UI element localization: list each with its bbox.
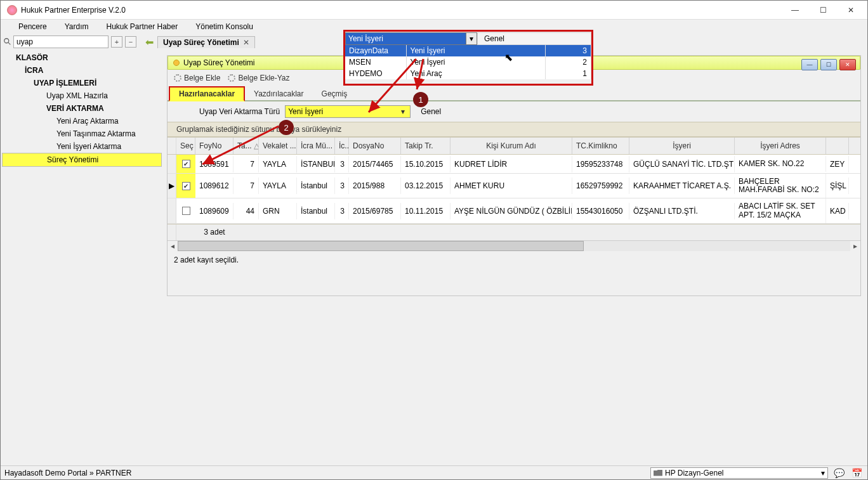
- inner-maximize-button[interactable]: ☐: [820, 59, 837, 70]
- svg-line-1: [8, 42, 11, 45]
- row-marker: [168, 198, 176, 223]
- col-ta[interactable]: Ta... △: [233, 138, 259, 154]
- row-checkbox-cell[interactable]: [176, 198, 195, 223]
- tree-uyap-islemleri[interactable]: UYAP İŞLEMLERİ: [2, 77, 162, 89]
- col-tc[interactable]: TC.Kimlikno: [572, 138, 629, 154]
- cell-ta: 44: [233, 203, 259, 219]
- maximize-button[interactable]: ☐: [809, 1, 837, 19]
- checkbox[interactable]: ✔: [182, 160, 190, 168]
- tree-uyap-xml[interactable]: Uyap XML Hazırla: [2, 89, 162, 102]
- overlay-dd-button[interactable]: ▾: [466, 32, 477, 45]
- cell-tc: 15543016050: [572, 203, 629, 219]
- col-isyeri[interactable]: İşyeri: [629, 138, 735, 154]
- overlay-row[interactable]: DizaynDataYeni İşyeri3: [345, 45, 591, 56]
- col-last[interactable]: [826, 138, 849, 154]
- tree-yeni-arac[interactable]: Yeni Araç Aktarma: [2, 115, 162, 127]
- col-sec[interactable]: Seç: [176, 138, 195, 154]
- scroll-thumb[interactable]: [178, 241, 584, 251]
- cell-icra: İSTANBUL: [297, 156, 335, 172]
- overlay-row[interactable]: MSENYeni İşyeri2: [345, 56, 591, 68]
- overlay-selected[interactable]: Yeni İşyeri: [345, 32, 466, 45]
- filter-label: Uyap Veri Aktarma Türü: [199, 107, 280, 116]
- col-ic[interactable]: İc...: [335, 138, 349, 154]
- cell-icra: İstanbul: [297, 203, 335, 219]
- tree-icra[interactable]: İCRA: [2, 64, 162, 77]
- selection-status: 2 adet kayıt seçildi.: [168, 252, 860, 268]
- belge-ekle-yaz-button[interactable]: Belge Ekle-Yaz: [224, 72, 293, 84]
- cell-vek: YAYLA: [259, 156, 297, 172]
- cell-vek: YAYLA: [259, 178, 297, 194]
- data-grid: Seç FoyNo Ta... △ Vekalet ... İcra Mü...…: [168, 137, 860, 252]
- document-tab[interactable]: Uyap Süreç Yönetimi ✕: [157, 36, 255, 48]
- cell-adres: ABACI LATİF SK. SET APT. 15/2 MAÇKA: [735, 198, 826, 223]
- cell-ic: 3: [335, 178, 349, 194]
- col-rowmark: [168, 138, 176, 154]
- menu-yonetim[interactable]: Yönetim Konsolu: [187, 21, 262, 32]
- belge-ekle-button[interactable]: Belge Ekle: [170, 72, 224, 84]
- cell-ta: 7: [233, 178, 259, 194]
- col-dosya[interactable]: DosyaNo: [349, 138, 401, 154]
- overlay-c3: 1: [546, 68, 591, 79]
- menu-pencere[interactable]: Pencere: [10, 21, 56, 32]
- tree-veri-aktarma[interactable]: VERİ AKTARMA: [2, 102, 162, 115]
- checkbox[interactable]: [182, 207, 190, 215]
- subtabs: Hazırlanacaklar Yazdırılacaklar Geçmiş: [168, 86, 860, 101]
- chat-icon[interactable]: 💬: [832, 467, 846, 479]
- menu-yardim[interactable]: Yardım: [56, 21, 98, 32]
- search-icon: [3, 37, 12, 46]
- col-takip[interactable]: Takip Tr.: [401, 138, 450, 154]
- search-input[interactable]: [13, 36, 109, 48]
- grid-footer: 3 adet: [168, 224, 860, 240]
- overlay-c2: Yeni Araç: [406, 68, 546, 79]
- menu-haber[interactable]: Hukuk Partner Haber: [98, 21, 187, 32]
- minimize-button[interactable]: —: [781, 1, 809, 19]
- chevron-down-icon: ▾: [821, 469, 825, 477]
- table-row[interactable]: ▶✔10896127YAYLAİstanbul32015/98803.12.20…: [168, 174, 860, 198]
- cell-takip: 03.12.2015: [401, 178, 450, 194]
- checkbox[interactable]: ✔: [182, 182, 190, 190]
- overlay-c3: 3: [546, 45, 591, 56]
- overlay-row[interactable]: HYDEMOYeni Araç1: [345, 68, 591, 79]
- col-vek[interactable]: Vekalet ...: [259, 138, 297, 154]
- col-kisi[interactable]: Kişi Kurum Adı: [450, 138, 572, 154]
- tab-hazirlanacaklar[interactable]: Hazırlanacaklar: [169, 86, 245, 101]
- status-combo[interactable]: HP Dizayn-Genel ▾: [650, 467, 828, 479]
- col-icra[interactable]: İcra Mü...: [297, 138, 335, 154]
- scroll-right-icon[interactable]: ▸: [850, 242, 860, 250]
- col-foy[interactable]: FoyNo: [195, 138, 233, 154]
- inner-close-button[interactable]: ✕: [839, 59, 856, 70]
- scroll-left-icon[interactable]: ◂: [168, 242, 178, 250]
- cell-ta: 7: [233, 156, 259, 172]
- tree-yeni-tasinmaz[interactable]: Yeni Taşınmaz Aktarma: [2, 127, 162, 140]
- back-icon[interactable]: ⬅: [145, 36, 154, 48]
- table-row[interactable]: 108960944GRNİstanbul32015/6978510.11.201…: [168, 198, 860, 223]
- inner-minimize-button[interactable]: —: [801, 59, 818, 70]
- collapse-button[interactable]: −: [125, 36, 136, 48]
- tab-gecmis[interactable]: Geçmiş: [313, 88, 357, 100]
- overlay-table: DizaynDataYeni İşyeri3MSENYeni İşyeri2HY…: [345, 45, 591, 79]
- group-hint[interactable]: Gruplamak istediğiniz sütunu buraya sürü…: [168, 122, 860, 137]
- col-adres[interactable]: İşyeri Adres: [735, 138, 826, 154]
- row-checkbox-cell[interactable]: ✔: [176, 155, 195, 173]
- titlebar: Hukuk Partner Enterprise V.2.0 — ☐ ✕: [1, 1, 867, 20]
- grid-header: Seç FoyNo Ta... △ Vekalet ... İcra Mü...…: [168, 137, 860, 155]
- overlay-c3: 2: [546, 56, 591, 68]
- tree-surec-yonetimi[interactable]: Süreç Yönetimi: [2, 153, 162, 167]
- row-checkbox-cell[interactable]: ✔: [176, 174, 195, 198]
- table-row[interactable]: ✔10895917YAYLAİSTANBUL32015/7446515.10.2…: [168, 155, 860, 174]
- tree-klasor[interactable]: KLASÖR: [2, 51, 162, 64]
- filter-row: Uyap Veri Aktarma Türü Yeni İşyeri ▾ Gen…: [168, 101, 860, 122]
- calendar-icon[interactable]: 📅: [850, 467, 864, 479]
- chevron-down-icon: ▾: [398, 107, 407, 116]
- overlay-dropdown[interactable]: Yeni İşyeri ▾ Genel DizaynDataYeni İşyer…: [345, 32, 591, 79]
- close-button[interactable]: ✕: [837, 1, 865, 19]
- cell-icra: İstanbul: [297, 178, 335, 194]
- grid-scrollbar[interactable]: ◂ ▸: [168, 240, 860, 252]
- statusbar-left: Hayadasoft Demo Portal » PARTNER: [4, 469, 131, 477]
- tab-close-icon[interactable]: ✕: [243, 38, 249, 47]
- tree-yeni-isyeri[interactable]: Yeni İşyeri Aktarma: [2, 140, 162, 153]
- filter-combo[interactable]: Yeni İşyeri ▾: [285, 105, 411, 118]
- expand-button[interactable]: +: [111, 36, 122, 48]
- menubar: Pencere Yardım Hukuk Partner Haber Yönet…: [1, 20, 867, 34]
- tab-yazdirilacaklar[interactable]: Yazdırılacaklar: [245, 88, 312, 100]
